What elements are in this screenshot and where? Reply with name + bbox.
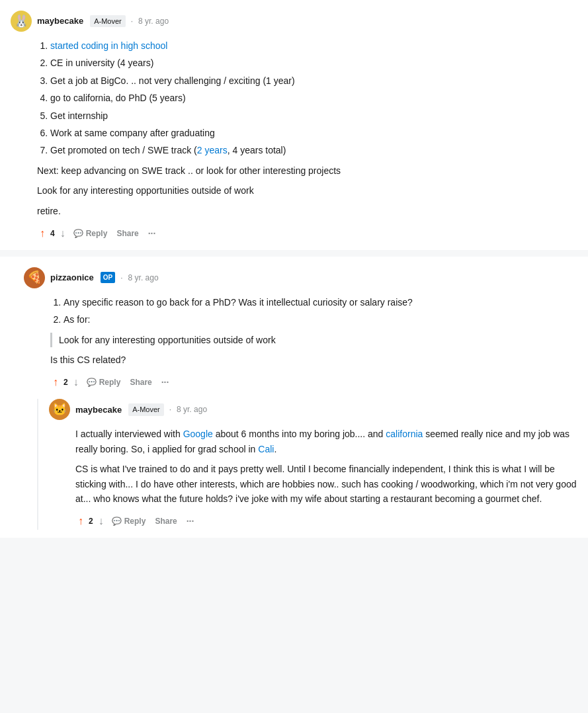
paragraph: Next: keep advancing on SWE track .. or … — [37, 163, 577, 178]
comment-2: 🍕 pizzaonice OP · 8 yr. ago Any specific… — [0, 257, 588, 538]
reply-label: Reply — [86, 229, 108, 238]
list-item: go to california, do PhD (5 years) — [50, 91, 577, 105]
separator-dot: · — [120, 272, 122, 284]
share-button[interactable]: Share — [112, 226, 142, 241]
paragraph: I actually interviewed with Google about… — [75, 427, 577, 456]
avatar: 🐰 — [11, 11, 32, 32]
op-badge: OP — [101, 272, 115, 283]
blockquote: Look for any interesting opportunities o… — [50, 333, 577, 347]
list-item: Get promoted on tech / SWE track (2 year… — [50, 143, 577, 157]
reply-button[interactable]: 💬 Reply — [83, 375, 125, 390]
comment-3-header: 🐱 maybecake A-Mover · 8 yr. ago — [49, 399, 577, 420]
share-label: Share — [116, 229, 138, 238]
comment-2-inner: 🍕 pizzaonice OP · 8 yr. ago Any specific… — [11, 267, 577, 392]
separator-dot: · — [169, 403, 171, 415]
paragraph: Look for any interesting opportunities o… — [37, 183, 577, 198]
reply-button[interactable]: 💬 Reply — [108, 514, 150, 528]
list-item: As for: — [63, 312, 577, 327]
comment-3-actions: ↑ 2 ↓ 💬 Reply Share ··· — [75, 513, 577, 530]
paragraph: CS is what I've trained to do and it pay… — [75, 462, 577, 506]
paragraph: retire. — [37, 204, 577, 218]
more-options-button[interactable]: ··· — [157, 374, 173, 390]
username: pizzaonice — [50, 271, 94, 284]
list-item: Get a job at BigCo. .. not very challeng… — [50, 73, 577, 88]
comment-2-list: Any specific reason to go back for a PhD… — [50, 295, 577, 327]
comment-3-indent: 🐱 maybecake A-Mover · 8 yr. ago I actual… — [37, 399, 577, 530]
timestamp: 8 yr. ago — [177, 403, 207, 415]
share-button[interactable]: Share — [126, 375, 155, 390]
reply-label: Reply — [124, 517, 146, 526]
comment-1: 🐰 maybecake A-Mover · 8 yr. ago started … — [0, 0, 588, 250]
upvote-button[interactable]: ↑ — [37, 225, 48, 242]
extra-text: Is this CS related? — [50, 353, 577, 367]
list-item: Any specific reason to go back for a PhD… — [63, 295, 577, 310]
share-label: Share — [130, 378, 151, 387]
list-item: CE in university (4 years) — [50, 56, 577, 70]
share-label: Share — [155, 517, 177, 526]
vote-count: 4 — [49, 228, 56, 239]
share-button[interactable]: Share — [151, 514, 181, 528]
comment-3: 🐱 maybecake A-Mover · 8 yr. ago I actual… — [11, 399, 577, 530]
reply-label: Reply — [99, 378, 121, 387]
list-item: Work at same company after graduating — [50, 126, 577, 140]
comment-1-actions: ↑ 4 ↓ 💬 Reply Share ··· — [37, 225, 577, 242]
username: maybecake — [37, 15, 83, 28]
downvote-button[interactable]: ↓ — [58, 225, 68, 242]
more-options-button[interactable]: ··· — [183, 513, 198, 529]
avatar: 🍕 — [24, 267, 45, 288]
upvote-button[interactable]: ↑ — [50, 374, 61, 391]
more-options-button[interactable]: ··· — [144, 226, 160, 241]
comment-2-content: Any specific reason to go back for a PhD… — [50, 295, 577, 368]
downvote-button[interactable]: ↓ — [71, 374, 81, 391]
flair-badge: A-Mover — [128, 403, 164, 416]
comment-2-header: 🍕 pizzaonice OP · 8 yr. ago — [24, 267, 577, 288]
upvote-button[interactable]: ↑ — [75, 513, 86, 530]
vote-count: 2 — [87, 515, 95, 527]
vote-count: 2 — [62, 376, 69, 388]
comment-1-content: started coding in high school CE in univ… — [37, 38, 577, 218]
reply-button[interactable]: 💬 Reply — [69, 226, 112, 241]
list-item: started coding in high school — [50, 38, 577, 53]
downvote-button[interactable]: ↓ — [96, 513, 106, 530]
comment-icon: 💬 — [87, 378, 97, 387]
username: maybecake — [75, 403, 122, 417]
comment-icon: 💬 — [73, 229, 83, 238]
separator-dot: · — [131, 15, 133, 27]
list-item: Get internship — [50, 108, 577, 123]
comment-3-content: I actually interviewed with Google about… — [75, 427, 577, 506]
comment-2-actions: ↑ 2 ↓ 💬 Reply Share ··· — [50, 374, 577, 391]
comment-icon: 💬 — [112, 517, 122, 526]
separator — [0, 251, 588, 257]
comment-1-list: started coding in high school CE in univ… — [37, 38, 577, 158]
timestamp: 8 yr. ago — [128, 272, 159, 284]
avatar: 🐱 — [49, 399, 70, 420]
timestamp: 8 yr. ago — [138, 15, 169, 27]
page-wrapper: 🐰 maybecake A-Mover · 8 yr. ago started … — [0, 0, 588, 538]
flair-badge: A-Mover — [90, 15, 126, 28]
comment-1-header: 🐰 maybecake A-Mover · 8 yr. ago — [11, 11, 577, 32]
